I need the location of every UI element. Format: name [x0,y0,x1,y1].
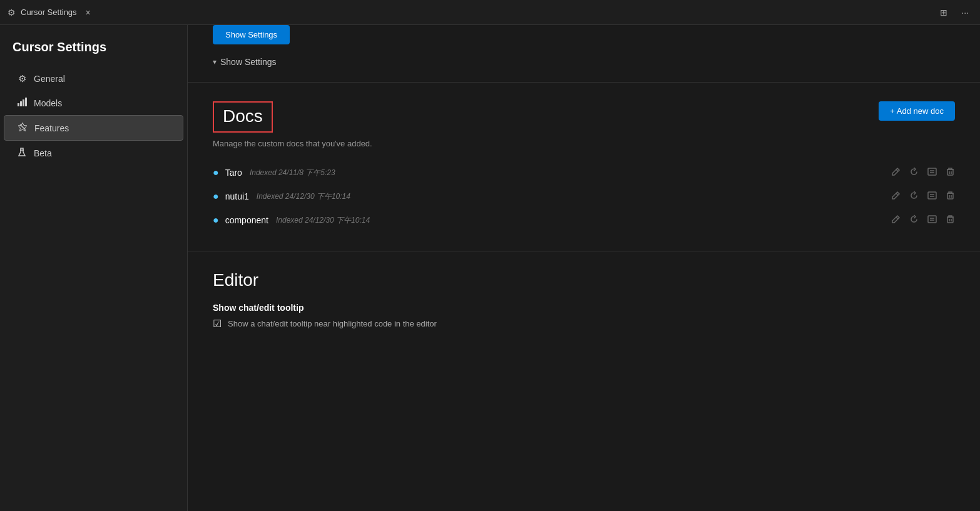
delete-doc-taro-button[interactable] [946,167,955,178]
show-settings-label: Show Settings [220,57,277,67]
title-bar-left: ⚙ Cursor Settings × [8,6,94,19]
sidebar-item-beta[interactable]: Beta [4,141,183,165]
checkbox-icon[interactable]: ☑ [213,318,222,330]
delete-doc-nutui1-button[interactable] [946,191,955,202]
sidebar-item-beta-label: Beta [34,148,52,158]
sidebar-item-general[interactable]: ⚙ General [4,67,183,91]
sidebar-heading: Cursor Settings [0,35,187,67]
doc-indexed-nutui1: Indexed 24/12/30 下午10:14 [257,191,350,202]
sidebar-item-features[interactable]: Features [4,115,183,141]
editor-title: Editor [213,270,955,290]
refresh-doc-taro-button[interactable] [909,167,919,178]
doc-name-taro: Taro [225,168,242,178]
doc-bullet-1: ● [213,167,219,178]
refresh-doc-component-button[interactable] [909,215,919,226]
svg-rect-24 [947,217,953,223]
editor-section: Editor Show chat/edit tooltip ☑ Show a c… [188,251,980,342]
show-settings-collapse[interactable]: ▾ Show Settings [213,54,955,69]
svg-rect-2 [23,99,24,106]
view-doc-nutui1-button[interactable] [927,191,937,202]
split-editor-button[interactable]: ⊞ [936,5,951,20]
editor-setting-description: Show a chat/edit tooltip near highlighte… [228,319,437,328]
features-icon [17,122,28,134]
docs-header: Docs + Add new doc [213,101,955,133]
view-doc-taro-button[interactable] [927,167,937,178]
docs-description: Manage the custom docs that you've added… [213,139,955,148]
svg-rect-10 [947,169,953,175]
title-bar: ⚙ Cursor Settings × ⊞ ··· [0,0,980,25]
doc-item-component: ● component Indexed 24/12/30 下午10:14 [213,208,955,232]
editor-setting-label: Show chat/edit tooltip [213,303,955,313]
models-icon [16,97,28,109]
docs-section: Docs + Add new doc Manage the custom doc… [188,83,980,251]
settings-icon: ⚙ [8,8,16,18]
doc-item-nutui1: ● nutui1 Indexed 24/12/30 下午10:14 [213,185,955,208]
docs-title-box: Docs [213,101,273,133]
close-tab-button[interactable]: × [82,6,94,19]
sidebar-item-models[interactable]: Models [4,91,183,115]
docs-title: Docs [223,106,263,126]
view-doc-component-button[interactable] [927,215,937,226]
main-layout: Cursor Settings ⚙ General Models [0,25,980,511]
general-icon: ⚙ [16,73,28,84]
sidebar-item-models-label: Models [34,98,62,108]
edit-doc-component-button[interactable] [891,215,901,226]
doc-actions-taro [891,167,955,178]
doc-item-taro: ● Taro Indexed 24/11/8 下午5:23 [213,161,955,185]
doc-indexed-component: Indexed 24/12/30 下午10:14 [276,215,370,226]
doc-indexed-taro: Indexed 24/11/8 下午5:23 [250,168,335,178]
svg-rect-14 [928,192,936,199]
more-actions-button[interactable]: ··· [957,5,972,20]
title-bar-right: ⊞ ··· [936,5,972,20]
doc-bullet-3: ● [213,215,219,226]
doc-name-nutui1: nutui1 [225,191,249,201]
svg-rect-17 [947,193,953,199]
edit-doc-taro-button[interactable] [891,167,901,178]
svg-rect-3 [25,98,27,106]
editor-setting-row: ☑ Show a chat/edit tooltip near highligh… [213,318,955,330]
show-settings-active-button[interactable]: Show Settings [213,25,290,44]
svg-line-6 [896,169,898,171]
beta-icon [16,147,28,159]
svg-rect-0 [18,103,19,106]
doc-actions-nutui1 [891,191,955,202]
collapse-arrow-icon: ▾ [213,58,217,66]
svg-rect-21 [928,216,936,223]
doc-bullet-2: ● [213,191,219,202]
add-new-doc-button[interactable]: + Add new doc [879,101,955,121]
doc-actions-component [891,215,955,226]
delete-doc-component-button[interactable] [946,215,955,226]
svg-line-13 [896,193,898,195]
svg-line-20 [896,217,898,219]
title-bar-title: Cursor Settings [21,8,77,17]
content-area: Show Settings ▾ Show Settings Docs + Add… [188,25,980,511]
sidebar-item-general-label: General [34,74,65,84]
show-settings-section: Show Settings ▾ Show Settings [188,25,980,83]
svg-rect-7 [928,168,936,175]
edit-doc-nutui1-button[interactable] [891,191,901,202]
sidebar-item-features-label: Features [34,123,69,133]
sidebar: Cursor Settings ⚙ General Models [0,25,188,511]
refresh-doc-nutui1-button[interactable] [909,191,919,202]
doc-name-component: component [225,215,268,225]
svg-rect-1 [20,101,22,106]
